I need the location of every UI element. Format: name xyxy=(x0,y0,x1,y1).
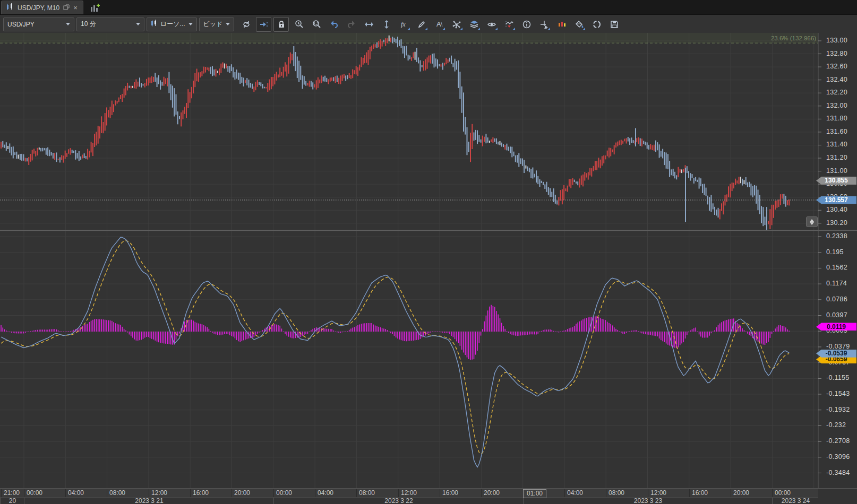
indicator-axis-label: -0.1155 xyxy=(826,374,850,381)
symbol-select[interactable]: USD/JPY xyxy=(3,18,74,31)
chart-tab[interactable]: USD/JPY, M10 × xyxy=(1,1,83,14)
time-axis[interactable]: 21:0000:0004:0008:0012:0016:0020:0000:00… xyxy=(0,488,857,504)
info-icon xyxy=(522,20,532,29)
time-tick-label: 20:00 xyxy=(481,489,500,497)
redo-button[interactable] xyxy=(344,17,359,32)
time-tick-label: 04:00 xyxy=(65,489,84,497)
indicator-axis-label: -0.3484 xyxy=(826,469,850,476)
fib-level-label: 23.6% (132.966) xyxy=(771,35,816,41)
date-label: 2023 3 24 xyxy=(772,498,819,504)
time-tick-label: 00:00 xyxy=(772,489,791,497)
price-axis-label: 132.00 xyxy=(826,102,847,109)
autoscroll-button[interactable] xyxy=(256,17,271,32)
insert-function-button[interactable]: fx xyxy=(396,17,412,32)
time-tick-label: 04:00 xyxy=(564,489,583,497)
time-tick-label: 08:00 xyxy=(606,489,624,497)
save-button[interactable] xyxy=(606,17,622,32)
draw-shapes-button[interactable] xyxy=(449,17,464,32)
indicator-axis-label: -0.1543 xyxy=(826,390,850,397)
redo-icon xyxy=(347,20,356,29)
price-axis-label: 132.80 xyxy=(826,50,847,57)
fill-color-button[interactable] xyxy=(571,17,587,32)
indicator-axis-label: 0.0786 xyxy=(826,296,847,303)
new-chart-button[interactable] xyxy=(90,4,100,12)
zoom-box-button[interactable] xyxy=(308,17,324,32)
price-axis-label: 131.60 xyxy=(826,128,847,135)
layers-button[interactable] xyxy=(466,17,482,32)
detach-window-icon[interactable] xyxy=(63,4,70,12)
chart-type-value: ローソ... xyxy=(160,20,185,29)
price-axis-label: 131.80 xyxy=(826,115,847,122)
close-tab-icon[interactable]: × xyxy=(73,4,78,11)
price-axis-label: 132.20 xyxy=(826,89,847,96)
price-axis-label: 131.40 xyxy=(826,141,847,148)
time-tick-label: 20:00 xyxy=(731,489,749,497)
price-marker-tag: 130.855 xyxy=(816,177,856,185)
indicator-axis-label: 0.1562 xyxy=(826,264,847,271)
toolbar-icons: fxA xyxy=(238,17,622,32)
bar-style-button[interactable] xyxy=(554,17,569,32)
price-axis-label: 133.00 xyxy=(826,37,847,44)
timeframe-select[interactable]: 10 分 xyxy=(76,18,144,31)
arrow-up-icon xyxy=(810,219,814,222)
refresh-button[interactable] xyxy=(238,17,254,32)
arrow-down-icon xyxy=(810,222,814,225)
undo-icon xyxy=(329,20,339,29)
indicator-axis-label: 0.2338 xyxy=(826,232,847,240)
resize-vertical-icon xyxy=(382,20,391,29)
price-axis-label: 130.40 xyxy=(826,206,847,213)
time-tick-label: 12:00 xyxy=(398,489,417,497)
draw-pencil-button[interactable] xyxy=(414,17,429,32)
resize-horizontal-button[interactable] xyxy=(361,17,376,32)
date-label: 20 xyxy=(0,498,24,504)
timeframe-value: 10 分 xyxy=(81,20,133,29)
svg-text:fx: fx xyxy=(401,21,406,28)
svg-text:A: A xyxy=(436,20,441,28)
autoscroll-icon xyxy=(259,20,269,29)
price-scale-toggle-button[interactable] xyxy=(806,216,818,227)
cycles-icon xyxy=(592,20,602,29)
price-axis-label: 130.20 xyxy=(826,219,847,227)
chevron-down-icon xyxy=(66,23,70,25)
date-label: 2023 3 23 xyxy=(523,498,773,504)
chart-area[interactable]: 133.00132.80132.60132.40132.20132.00131.… xyxy=(0,33,857,488)
cycles-button[interactable] xyxy=(589,17,604,32)
indicator-axis-label: -0.1932 xyxy=(826,406,850,413)
price-type-select[interactable]: ビッド xyxy=(199,18,235,31)
crosshair-button[interactable] xyxy=(536,17,552,32)
time-cursor-label: 01:00 xyxy=(523,489,546,498)
undo-button[interactable] xyxy=(326,17,341,32)
date-label: 2023 3 21 xyxy=(24,498,274,504)
zoom-time-button[interactable] xyxy=(291,17,306,32)
indicator-axis-label: 0.0397 xyxy=(826,311,847,319)
time-tick-label: 20:00 xyxy=(232,489,250,497)
draw-text-button[interactable]: A xyxy=(431,17,447,32)
chart-canvas[interactable] xyxy=(0,33,857,488)
resize-vertical-button[interactable] xyxy=(379,17,394,32)
bar-style-icon xyxy=(557,20,567,29)
price-type-value: ビッド xyxy=(203,20,223,29)
time-tick-label: 16:00 xyxy=(190,489,209,497)
macd-main-tag: -0.0539 xyxy=(816,350,856,358)
indicators-button[interactable] xyxy=(501,17,517,32)
lock-button[interactable] xyxy=(273,17,289,32)
zoom-time-icon xyxy=(294,20,304,29)
time-tick-label: 08:00 xyxy=(356,489,375,497)
chevron-down-icon xyxy=(188,23,193,25)
indicator-axis-label: -0.3096 xyxy=(826,453,850,460)
chart-tab-bar: USD/JPY, M10 × xyxy=(0,0,857,15)
price-axis-label: 132.40 xyxy=(826,76,847,83)
object-visibility-button[interactable] xyxy=(484,17,499,32)
price-axis-label: 131.20 xyxy=(826,154,847,161)
symbol-value: USD/JPY xyxy=(7,21,63,28)
time-tick-label: 16:00 xyxy=(440,489,458,497)
candlestick-icon xyxy=(151,20,157,29)
info-button[interactable] xyxy=(519,17,534,32)
chart-toolbar: USD/JPY 10 分 ローソ... ビッド fxA xyxy=(0,15,857,34)
price-axis-label: 132.60 xyxy=(826,63,847,70)
indicator-axis-label: -0.0379 xyxy=(826,343,850,350)
time-tick-label: 08:00 xyxy=(107,489,125,497)
chart-type-select[interactable]: ローソ... xyxy=(147,18,197,31)
trading-app: USD/JPY, M10 × USD/JPY 10 分 ローソ... xyxy=(0,0,857,504)
chevron-down-icon xyxy=(136,23,140,25)
